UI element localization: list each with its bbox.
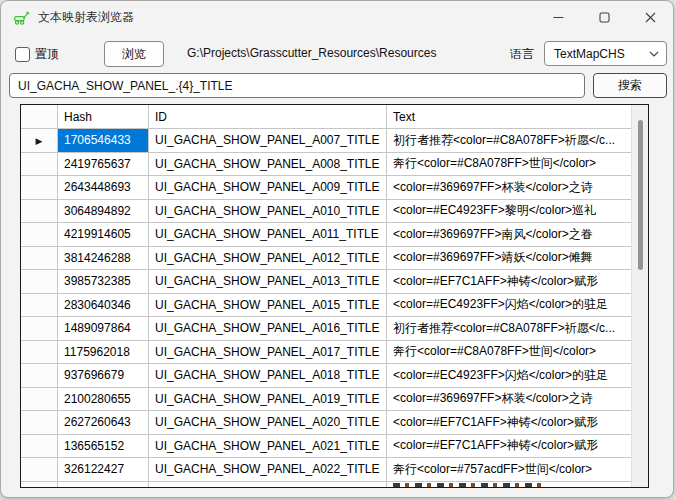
text-cell[interactable]: <color=#369697FF>杯装</color>之诗	[387, 388, 631, 412]
row-header-cell[interactable]	[21, 247, 58, 271]
id-cell[interactable]: UI_GACHA_SHOW_PANEL_A012_TITLE	[149, 247, 387, 271]
hash-cell[interactable]: 136565152	[58, 435, 149, 459]
table-row[interactable]: 2100280655 UI_GACHA_SHOW_PANEL_A019_TITL…	[21, 388, 631, 412]
row-header-cell[interactable]	[21, 364, 58, 388]
scrollbar-thumb[interactable]	[638, 120, 643, 270]
text-cell[interactable]: 奔行<color=#C8A078FF>世间</color>	[387, 341, 631, 365]
titlebar: 文本映射表浏览器	[1, 1, 673, 33]
close-button[interactable]	[627, 1, 673, 33]
id-cell[interactable]: UI_GACHA_SHOW_PANEL_A022_TITLE	[149, 458, 387, 482]
row-header-cell[interactable]	[21, 294, 58, 318]
hash-cell[interactable]: 3985732385	[58, 270, 149, 294]
text-cell[interactable]: 初行者推荐<color=#C8A078FF>祈愿</c...	[387, 129, 631, 153]
id-cell[interactable]: UI_GACHA_SHOW_PANEL_A016_TITLE	[149, 317, 387, 341]
hash-cell[interactable]: 1175962018	[58, 341, 149, 365]
row-header-cell[interactable]	[21, 153, 58, 177]
table-row[interactable]: 1489097864 UI_GACHA_SHOW_PANEL_A016_TITL…	[21, 317, 631, 341]
table-row[interactable]: 1175962018 UI_GACHA_SHOW_PANEL_A017_TITL…	[21, 341, 631, 365]
hash-cell[interactable]: 2627260643	[58, 411, 149, 435]
row-header-cell[interactable]	[21, 411, 58, 435]
hash-cell[interactable]: 3814246288	[58, 247, 149, 271]
table-row[interactable]: 4219914605 UI_GACHA_SHOW_PANEL_A011_TITL…	[21, 223, 631, 247]
text-cell[interactable]: <color=#EC4923FF>闪焰</color>的驻足	[387, 364, 631, 388]
id-cell[interactable]: UI_GACHA_SHOW_PANEL_A009_TITLE	[149, 176, 387, 200]
maximize-icon	[599, 12, 610, 23]
hash-cell[interactable]: 326122427	[58, 458, 149, 482]
hash-cell[interactable]: 2643448693	[58, 176, 149, 200]
row-header-cell[interactable]	[21, 129, 58, 153]
text-cell[interactable]: <color=#EC4923FF>黎明</color>巡礼	[387, 200, 631, 224]
text-cell[interactable]	[387, 482, 631, 488]
table-row[interactable]: 2419765637 UI_GACHA_SHOW_PANEL_A008_TITL…	[21, 153, 631, 177]
browse-button[interactable]: 浏览	[104, 41, 164, 67]
table-row[interactable]: 3814246288 UI_GACHA_SHOW_PANEL_A012_TITL…	[21, 247, 631, 271]
hash-cell[interactable]: 2419765637	[58, 153, 149, 177]
hash-cell[interactable]: 2100280655	[58, 388, 149, 412]
id-cell[interactable]: UI_GACHA_SHOW_PANEL_A011_TITLE	[149, 223, 387, 247]
row-header-cell[interactable]	[21, 200, 58, 224]
text-cell[interactable]: <color=#EC4923FF>闪焰</color>的驻足	[387, 294, 631, 318]
hash-cell[interactable]: 2830640346	[58, 294, 149, 318]
text-cell[interactable]: <color=#369697FF>靖妖</color>傩舞	[387, 247, 631, 271]
header-id[interactable]: ID	[149, 105, 387, 129]
minimize-button[interactable]	[535, 1, 581, 33]
table-row[interactable]: 326122427 UI_GACHA_SHOW_PANEL_A022_TITLE…	[21, 458, 631, 482]
row-header-cell[interactable]	[21, 435, 58, 459]
language-dropdown[interactable]: TextMapCHS	[544, 41, 667, 66]
table-row[interactable]: 3985732385 UI_GACHA_SHOW_PANEL_A013_TITL…	[21, 270, 631, 294]
hash-cell[interactable]: 4219914605	[58, 223, 149, 247]
header-text[interactable]: Text	[387, 105, 631, 129]
id-cell[interactable]: UI_GACHA_SHOW_PANEL_A018_TITLE	[149, 364, 387, 388]
id-cell[interactable]: UI_GACHA_SHOW_PANEL_A020_TITLE	[149, 411, 387, 435]
table-row[interactable]: 136565152 UI_GACHA_SHOW_PANEL_A021_TITLE…	[21, 435, 631, 459]
search-button[interactable]: 搜索	[593, 73, 667, 98]
table-row[interactable]: 937696679 UI_GACHA_SHOW_PANEL_A018_TITLE…	[21, 364, 631, 388]
header-hash[interactable]: Hash	[58, 105, 149, 129]
hash-cell[interactable]: 1706546433	[58, 129, 149, 153]
row-header-cell[interactable]	[21, 458, 58, 482]
table-row[interactable]: 3064894892 UI_GACHA_SHOW_PANEL_A010_TITL…	[21, 200, 631, 224]
row-header-cell[interactable]	[21, 270, 58, 294]
hash-cell[interactable]: 937696679	[58, 364, 149, 388]
textmap-table: Hash ID Text 1706546433 UI_GACHA_SHOW_PA…	[20, 104, 649, 488]
maximize-button[interactable]	[581, 1, 627, 33]
id-cell[interactable]: UI_GACHA_SHOW_PANEL_A017_TITLE	[149, 341, 387, 365]
hash-cell[interactable]: 1489097864	[58, 317, 149, 341]
table-row[interactable]: 2830640346 UI_GACHA_SHOW_PANEL_A015_TITL…	[21, 294, 631, 318]
current-row-arrow-icon	[36, 133, 43, 147]
table-row[interactable]: 2643448693 UI_GACHA_SHOW_PANEL_A009_TITL…	[21, 176, 631, 200]
row-header-cell[interactable]	[21, 482, 58, 488]
pin-on-top-checkbox[interactable]	[15, 47, 30, 62]
text-cell[interactable]: <color=#EF7C1AFF>神铸</color>赋形	[387, 411, 631, 435]
hash-cell[interactable]: 3064894892	[58, 200, 149, 224]
row-header-cell[interactable]	[21, 223, 58, 247]
table-row[interactable]: 1706546433 UI_GACHA_SHOW_PANEL_A007_TITL…	[21, 129, 631, 153]
id-cell[interactable]: UI_GACHA_SHOW_PANEL_A019_TITLE	[149, 388, 387, 412]
id-cell[interactable]	[149, 482, 387, 488]
row-header-cell[interactable]	[21, 341, 58, 365]
id-cell[interactable]: UI_GACHA_SHOW_PANEL_A013_TITLE	[149, 270, 387, 294]
id-cell[interactable]: UI_GACHA_SHOW_PANEL_A015_TITLE	[149, 294, 387, 318]
language-dropdown-value: TextMapCHS	[554, 47, 649, 61]
id-cell[interactable]: UI_GACHA_SHOW_PANEL_A010_TITLE	[149, 200, 387, 224]
id-cell[interactable]: UI_GACHA_SHOW_PANEL_A021_TITLE	[149, 435, 387, 459]
search-input[interactable]	[9, 73, 585, 98]
id-cell[interactable]: UI_GACHA_SHOW_PANEL_A007_TITLE	[149, 129, 387, 153]
text-cell[interactable]: <color=#EF7C1AFF>神铸</color>赋形	[387, 270, 631, 294]
header-corner-cell[interactable]	[21, 105, 58, 129]
text-cell[interactable]: 初行者推荐<color=#C8A078FF>祈愿</c...	[387, 317, 631, 341]
vertical-scrollbar[interactable]	[631, 105, 648, 487]
row-header-cell[interactable]	[21, 176, 58, 200]
id-cell[interactable]: UI_GACHA_SHOW_PANEL_A008_TITLE	[149, 153, 387, 177]
table-row[interactable]	[21, 482, 631, 488]
hash-cell[interactable]	[58, 482, 149, 488]
text-cell[interactable]: <color=#EF7C1AFF>神铸</color>赋形	[387, 435, 631, 459]
row-header-cell[interactable]	[21, 388, 58, 412]
table-row[interactable]: 2627260643 UI_GACHA_SHOW_PANEL_A020_TITL…	[21, 411, 631, 435]
text-cell[interactable]: <color=#369697FF>南风</color>之眷	[387, 223, 631, 247]
row-header-cell[interactable]	[21, 317, 58, 341]
text-cell[interactable]: 奔行<color=#757acdFF>世间</color>	[387, 458, 631, 482]
text-cell[interactable]: 奔行<color=#C8A078FF>世间</color>	[387, 153, 631, 177]
pin-on-top-label: 置顶	[35, 46, 59, 63]
text-cell[interactable]: <color=#369697FF>杯装</color>之诗	[387, 176, 631, 200]
